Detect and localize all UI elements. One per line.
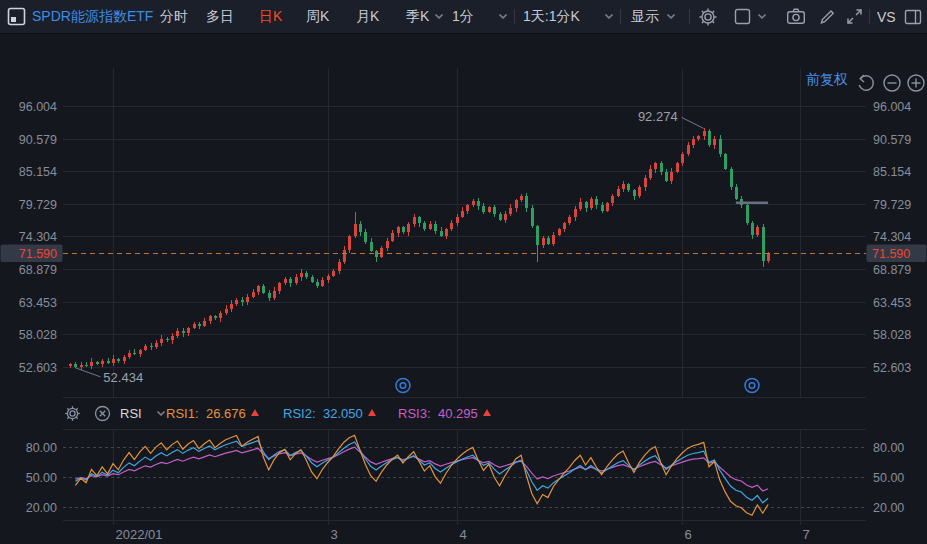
tab-multi-day[interactable]: 多日 [206, 0, 234, 33]
candle [499, 212, 502, 222]
candle [515, 199, 518, 212]
rsi-settings-gear-icon[interactable] [64, 399, 81, 427]
candle [311, 275, 314, 284]
candle [413, 214, 416, 227]
candle [380, 246, 383, 258]
candle [327, 274, 330, 283]
tab-quarterly-k[interactable]: 季K [406, 0, 429, 33]
candle [375, 250, 378, 262]
toolbar-divider [514, 9, 515, 24]
dividend-marker-icon[interactable] [396, 379, 410, 393]
rsi1-value: 26.676 [206, 399, 246, 427]
price-axis-label-right: 74.304 [873, 230, 911, 244]
price-axis-label-left: 63.453 [19, 296, 57, 310]
candle [633, 189, 636, 200]
chevron-down-icon[interactable] [498, 0, 508, 33]
combo-period-selector[interactable]: 1天:1分K [523, 0, 580, 33]
candle [568, 215, 571, 225]
candle [117, 358, 120, 363]
current-price-label-left: 71.590 [1, 245, 63, 263]
tab-time-sharing[interactable]: 分时 [160, 0, 188, 33]
candle [198, 322, 201, 329]
adjust-mode-label[interactable]: 前复权 [806, 71, 848, 89]
rsi1-up-triangle [251, 409, 259, 416]
candle [730, 167, 733, 190]
chevron-down-icon[interactable] [434, 0, 444, 33]
zoom-out-icon[interactable] [884, 75, 900, 91]
camera-icon[interactable] [786, 0, 806, 33]
tab-daily-k[interactable]: 日K [259, 0, 282, 33]
rsi2-label: RSI2: [283, 399, 316, 427]
candle [649, 165, 652, 180]
rsi-axis-label-left: 80.00 [26, 441, 57, 455]
candle [660, 161, 663, 175]
compare-vs-button[interactable]: VS [877, 0, 896, 33]
price-axis-label-right: 96.004 [873, 100, 911, 114]
candle [440, 227, 443, 237]
settings-gear-icon[interactable] [698, 0, 718, 33]
svg-text:71.590: 71.590 [19, 247, 57, 261]
dividend-marker-icon[interactable] [745, 379, 759, 393]
chevron-down-icon[interactable] [156, 399, 166, 427]
price-axis-label-right: 63.453 [873, 296, 911, 310]
candle [85, 362, 88, 368]
tab-1min[interactable]: 1分 [452, 0, 474, 33]
candle [182, 328, 185, 337]
layout-selector-icon[interactable] [7, 0, 26, 33]
tab-weekly-k[interactable]: 周K [306, 0, 329, 33]
candle [520, 194, 523, 202]
candle [751, 221, 754, 238]
display-menu[interactable]: 显示 [631, 0, 659, 33]
chevron-down-icon[interactable] [604, 0, 614, 33]
rsi3-value: 40.295 [438, 399, 478, 427]
candle [257, 285, 260, 295]
stock-chart-app: 96.00496.00490.57990.57985.15485.15479.7… [0, 0, 927, 544]
axis-labels: 96.00496.00490.57990.57985.15485.15479.7… [19, 100, 912, 543]
fullscreen-icon[interactable] [845, 0, 864, 33]
candlestick-series [69, 128, 770, 369]
tab-monthly-k[interactable]: 月K [356, 0, 379, 33]
draw-pencil-icon[interactable] [818, 0, 836, 33]
candle [316, 279, 319, 288]
rsi-indicator-name[interactable]: RSI [120, 399, 142, 427]
candle [338, 259, 341, 274]
chart-canvas: 96.00496.00490.57990.57985.15485.15479.7… [0, 0, 927, 544]
candle [627, 183, 630, 192]
candle [321, 277, 324, 287]
candle [456, 214, 459, 226]
price-axis-label-right: 58.028 [873, 328, 911, 342]
price-annotations: 92.27452.434 [75, 109, 703, 384]
candle [756, 225, 759, 237]
candle [563, 222, 566, 233]
candle [617, 186, 620, 197]
price-axis-label-right: 79.729 [873, 198, 911, 212]
price-axis-label-left: 85.154 [19, 165, 57, 179]
chart-type-icon[interactable] [734, 0, 751, 33]
rsi-panel-header: RSI RSI1: 26.676 RSI2: 32.050 RSI3: 40.2… [0, 399, 927, 427]
candle [488, 206, 491, 213]
candle [407, 222, 410, 236]
price-axis-label-right: 85.154 [873, 165, 911, 179]
chevron-down-icon[interactable] [666, 0, 676, 33]
date-axis-label: 4 [460, 527, 467, 542]
price-axis-label-left: 79.729 [19, 198, 57, 212]
candle [133, 349, 136, 355]
candle [423, 221, 426, 231]
candle [536, 225, 539, 262]
right-panel-icon[interactable] [904, 0, 922, 33]
svg-text:71.590: 71.590 [872, 247, 910, 261]
undo-icon[interactable] [859, 75, 873, 90]
rsi-close-icon[interactable] [94, 399, 111, 427]
candle [160, 335, 163, 347]
toolbar-divider [869, 9, 870, 24]
candle [606, 202, 609, 211]
candle [219, 311, 222, 322]
chevron-down-icon[interactable] [757, 0, 767, 33]
symbol-title[interactable]: SPDR能源指数ETF [32, 0, 153, 33]
candle [644, 175, 647, 191]
candle [246, 294, 249, 304]
high-annotation: 92.274 [638, 109, 678, 124]
zoom-in-icon[interactable] [908, 75, 924, 91]
candle [391, 230, 394, 242]
rsi-axis-label-right: 50.00 [873, 471, 904, 485]
